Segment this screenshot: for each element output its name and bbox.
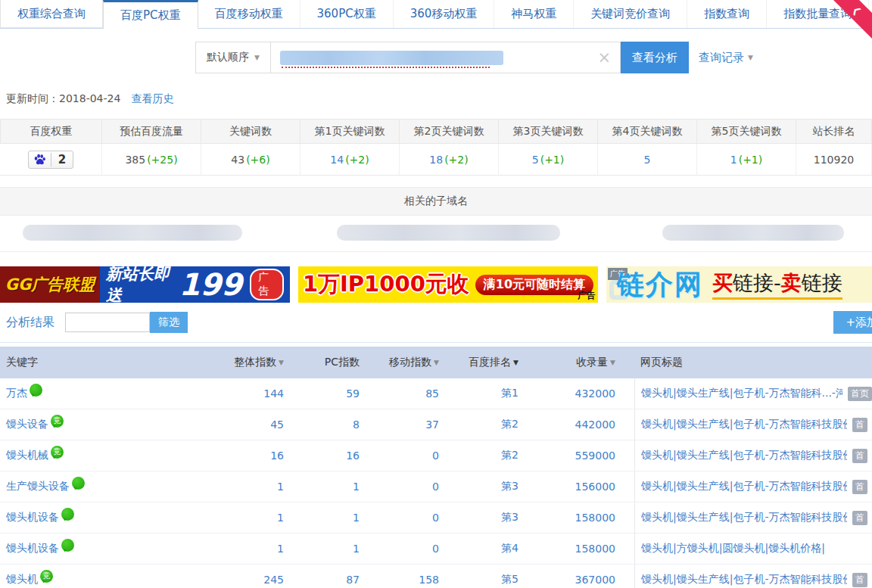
page-title-link[interactable]: 馒头机|馒头生产线|包子机-万杰智能科技股份...	[641, 449, 847, 462]
mobile-index-value[interactable]: 158	[419, 574, 439, 586]
stat-value-keywords[interactable]: 43(+6)	[201, 144, 301, 176]
page-title-link[interactable]: 馒头机|馒头生产线|包子机-万杰智能科...-河...	[641, 387, 842, 400]
keyword-link[interactable]: 馒头机设备	[6, 542, 59, 555]
baidu-rank-value[interactable]: 第3	[501, 511, 519, 524]
stat-main-value: 14	[330, 154, 344, 166]
keyword-link[interactable]: 馒头机	[6, 573, 38, 586]
baidu-rank-value[interactable]: 第2	[501, 449, 519, 462]
page: 权重综合查询百度PC权重百度移动权重360PC权重360移动权重神马权重关键词竞…	[0, 0, 872, 588]
overall-index-value[interactable]: 1	[277, 543, 284, 555]
stat-value-est-traffic[interactable]: 385(+25)	[102, 144, 201, 176]
overall-index-value[interactable]: 16	[270, 450, 284, 462]
tab-360-pc[interactable]: 360PC权重	[301, 0, 394, 28]
view-history-link[interactable]: 查看历史	[131, 92, 173, 106]
page-title-link[interactable]: 馒头机|馒头生产线|包子机-万杰智能科技股份...	[641, 418, 847, 431]
stat-main-value: 110920	[814, 154, 854, 166]
baidu-rank-value[interactable]: 第1	[501, 387, 519, 400]
blurred-subdomain[interactable]	[662, 225, 844, 241]
stat-value-page3-keywords[interactable]: 5(+1)	[499, 144, 598, 176]
pc-index-value[interactable]: 16	[346, 450, 360, 462]
overall-index-value[interactable]: 245	[263, 574, 284, 586]
blurred-subdomain[interactable]	[337, 225, 560, 241]
indexed-count-value[interactable]: 158000	[575, 543, 615, 555]
stat-value-page5-keywords[interactable]: 1(+1)	[697, 144, 796, 176]
page-title-link[interactable]: 馒头机|方馒头机|圆馒头机|馒头机价格|	[641, 542, 825, 555]
page-title-link[interactable]: 馒头机|馒头生产线|包子机-万杰智能科技股份...	[641, 480, 847, 493]
indexed-count-value[interactable]: 367000	[575, 574, 615, 586]
overall-index-value[interactable]: 1	[277, 481, 284, 493]
keyword-link[interactable]: 馒头机械	[6, 449, 48, 462]
indexed-count-value[interactable]: 442000	[575, 418, 615, 431]
add-button[interactable]: +添加	[833, 311, 872, 334]
stat-value-page1-keywords[interactable]: 14(+2)	[301, 144, 400, 176]
indexed-count-value[interactable]: 432000	[575, 387, 615, 400]
pc-index-value[interactable]: 59	[346, 387, 360, 400]
mobile-index-value[interactable]: 37	[425, 418, 439, 431]
tab-weight-overview[interactable]: 权重综合查询	[0, 0, 103, 28]
ad-banner-gg-alliance[interactable]: GG广告联盟 新站长即送 199 广告	[0, 266, 290, 303]
pc-index-value[interactable]: 87	[346, 574, 360, 586]
sort-caret-icon[interactable]: ▼	[279, 359, 284, 366]
filter-button[interactable]: 筛选	[150, 312, 188, 333]
mobile-index-value[interactable]: 0	[432, 512, 439, 524]
stat-value-page2-keywords[interactable]: 18(+2)	[400, 144, 499, 176]
tab-keyword-bid[interactable]: 关键词竞价查询	[574, 0, 687, 28]
overall-index-value[interactable]: 1	[277, 512, 284, 524]
tab-baidu-mobile[interactable]: 百度移动权重	[198, 0, 301, 28]
keyword-link[interactable]: 馒头设备	[6, 418, 48, 431]
pc-index-value[interactable]: 1	[353, 512, 360, 524]
bid-badge-icon	[30, 384, 42, 397]
clear-icon[interactable]: ×	[597, 50, 611, 66]
tab-index-query[interactable]: 指数查询	[687, 0, 767, 28]
update-time-label: 更新时间：2018-04-24	[6, 92, 120, 106]
col-header-indexed-count[interactable]: 收录量▼	[537, 347, 634, 378]
mobile-index-value[interactable]: 0	[432, 450, 439, 462]
filter-input[interactable]	[65, 313, 150, 332]
baidu-rank-value[interactable]: 第3	[501, 480, 519, 493]
indexed-count-value[interactable]: 559000	[575, 450, 615, 462]
indexed-count-value[interactable]: 156000	[575, 481, 615, 493]
page-title-link[interactable]: 馒头机|馒头生产线|包子机-万杰智能科技股份...	[641, 573, 847, 586]
baidu-rank-value[interactable]: 第2	[501, 418, 519, 431]
overall-index-value[interactable]: 144	[263, 387, 284, 400]
blurred-subdomain[interactable]	[23, 225, 242, 241]
stat-delta-value: (+1)	[540, 154, 565, 166]
col-header-baidu-rank[interactable]: 百度排名▼	[458, 347, 537, 378]
ad-banner-row: GG广告联盟 新站长即送 199 广告 1万IP1000元收 满10元可随时结算…	[0, 266, 872, 303]
tab-baidu-pc[interactable]: 百度PC权重	[103, 0, 198, 29]
baidu-rank-value[interactable]: 第5	[501, 573, 519, 586]
mobile-index-value[interactable]: 0	[432, 543, 439, 555]
pc-index-value[interactable]: 8	[353, 418, 360, 431]
tab-shenma[interactable]: 神马权重	[494, 0, 574, 28]
pc-index-value[interactable]: 1	[353, 481, 360, 493]
analyze-button[interactable]: 查看分析	[621, 42, 689, 73]
query-records-link[interactable]: 查询记录 ▼	[699, 42, 753, 73]
homepage-badge: 首	[852, 418, 867, 432]
ad2-text: 1万IP1000元收	[303, 269, 469, 300]
table-row: 生产馒头设备 1 1 0 第3 156000 馒头机|馒头生产线|包子机-万杰智…	[0, 471, 872, 502]
ad-banner-ip-buy[interactable]: 1万IP1000元收 满10元可随时结算 广告	[298, 266, 598, 303]
mobile-index-value[interactable]: 0	[432, 481, 439, 493]
mobile-index-value[interactable]: 85	[425, 387, 439, 400]
keyword-link[interactable]: 馒头机设备	[6, 511, 59, 524]
query-input[interactable]: ×	[271, 42, 621, 73]
stat-value-page4-keywords[interactable]: 5	[598, 144, 697, 176]
col-header-overall-index[interactable]: 整体指数▼	[227, 347, 303, 378]
keyword-link[interactable]: 万杰	[6, 387, 27, 400]
tab-360-mobile[interactable]: 360移动权重	[394, 0, 495, 28]
col-header-mobile-index[interactable]: 移动指数▼	[378, 347, 458, 378]
stat-value-webmaster-rank[interactable]: 110920	[796, 144, 872, 176]
baidu-rank-value[interactable]: 第4	[501, 542, 519, 555]
sort-caret-icon[interactable]: ▼	[434, 359, 439, 366]
sort-caret-icon[interactable]: ▼	[513, 359, 519, 366]
overall-index-value[interactable]: 45	[270, 418, 284, 431]
indexed-count-value[interactable]: 158000	[575, 512, 615, 524]
ad-banner-link-market[interactable]: 广告 链介网 买链接-卖链接	[606, 266, 872, 303]
subdomain-title: 相关的子域名	[404, 194, 468, 208]
page-title-link[interactable]: 馒头机|馒头生产线|包子机-万杰智能科技股份...	[641, 511, 847, 524]
stat-delta-value: (+2)	[444, 154, 469, 166]
pc-index-value[interactable]: 1	[353, 543, 360, 555]
sort-caret-icon[interactable]: ▼	[610, 359, 615, 366]
sort-order-select[interactable]: 默认顺序 ▼	[195, 42, 271, 73]
keyword-link[interactable]: 生产馒头设备	[6, 480, 70, 493]
